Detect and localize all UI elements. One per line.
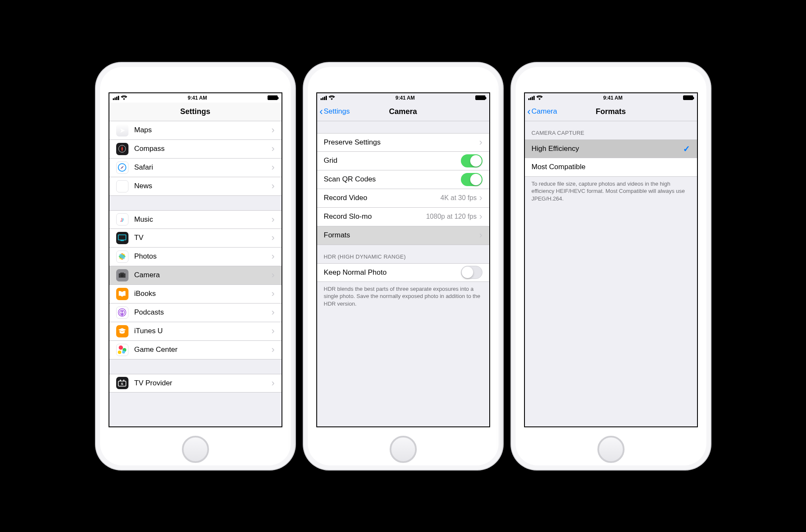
chevron-right-icon: ›: [271, 143, 274, 154]
gamecenter-icon: [116, 344, 128, 356]
settings-row-gamecenter[interactable]: Game Center ›: [109, 341, 282, 359]
podcasts-icon: [116, 306, 128, 319]
ibooks-icon: [116, 288, 128, 300]
chevron-right-icon: ›: [271, 326, 274, 337]
row-record-video[interactable]: Record Video 4K at 30 fps ›: [317, 189, 489, 208]
settings-row-maps[interactable]: ➤ Maps ›: [109, 121, 282, 140]
row-grid[interactable]: Grid: [317, 152, 489, 170]
chevron-right-icon: ›: [271, 125, 274, 136]
chevron-right-icon: ›: [271, 344, 274, 355]
chevron-right-icon: ›: [271, 251, 274, 262]
settings-row-safari[interactable]: Safari ›: [109, 159, 282, 177]
iphone-frame-1: 9:41 AM Settings ➤ Maps ›: [96, 63, 295, 470]
photos-icon: [116, 251, 128, 263]
wifi-icon: [121, 95, 127, 100]
wifi-icon: [329, 95, 335, 100]
chevron-left-icon: ‹: [320, 106, 323, 117]
svg-rect-3: [118, 235, 126, 240]
settings-row-tv[interactable]: TV ›: [109, 229, 282, 248]
chevron-right-icon: ›: [479, 211, 482, 222]
chevron-right-icon: ›: [271, 270, 274, 281]
svg-point-9: [121, 274, 124, 277]
home-button[interactable]: [390, 436, 417, 463]
option-most-compatible[interactable]: Most Compatible: [525, 158, 697, 177]
home-button[interactable]: [182, 436, 209, 463]
svg-point-12: [121, 311, 123, 312]
status-time: 9:41 AM: [603, 95, 623, 101]
camera-settings-list[interactable]: Preserve Settings › Grid Scan QR Codes R…: [317, 121, 489, 426]
news-icon: N: [116, 180, 128, 192]
hdr-section-header: HDR (HIGH DYNAMIC RANGE): [317, 245, 489, 263]
signal-icon: [113, 96, 119, 100]
nav-title: Settings: [109, 107, 282, 116]
chevron-right-icon: ›: [271, 288, 274, 299]
signal-icon: [321, 96, 327, 100]
record-slomo-detail: 1080p at 120 fps: [426, 213, 477, 220]
iphone-frame-3: 9:41 AM ‹ Camera Formats CAMERA CAPTURE …: [511, 63, 711, 470]
status-bar: 9:41 AM: [317, 93, 489, 103]
status-bar: 9:41 AM: [109, 93, 282, 103]
row-keep-normal-photo[interactable]: Keep Normal Photo: [317, 263, 489, 282]
settings-row-photos[interactable]: Photos ›: [109, 248, 282, 266]
nav-bar: Settings: [109, 103, 282, 121]
battery-icon: [475, 95, 485, 100]
battery-icon: [683, 95, 693, 100]
settings-row-itunesu[interactable]: iTunes U ›: [109, 322, 282, 341]
settings-row-ibooks[interactable]: iBooks ›: [109, 285, 282, 304]
row-record-slomo[interactable]: Record Slo-mo 1080p at 120 fps ›: [317, 208, 489, 226]
chevron-right-icon: ›: [271, 378, 274, 389]
chevron-right-icon: ›: [479, 192, 482, 203]
settings-row-podcasts[interactable]: Podcasts ›: [109, 304, 282, 322]
row-preserve-settings[interactable]: Preserve Settings ›: [317, 133, 489, 152]
checkmark-icon: ✓: [683, 144, 690, 154]
grid-toggle[interactable]: [461, 154, 482, 167]
formats-list[interactable]: CAMERA CAPTURE High Efficiency ✓ Most Co…: [525, 121, 697, 426]
battery-icon: [268, 95, 278, 100]
music-icon: ♪♪: [116, 213, 128, 226]
camera-capture-header: CAMERA CAPTURE: [525, 121, 697, 139]
nav-bar: ‹ Settings Camera: [317, 103, 489, 121]
nav-bar: ‹ Camera Formats: [525, 103, 697, 121]
signal-icon: [528, 96, 535, 100]
status-time: 9:41 AM: [396, 95, 415, 101]
settings-list[interactable]: ➤ Maps › Compass ›: [109, 121, 282, 426]
settings-row-news[interactable]: N News ›: [109, 177, 282, 196]
safari-icon: [116, 162, 128, 174]
camera-icon: [116, 269, 128, 281]
chevron-left-icon: ‹: [527, 106, 531, 117]
record-video-detail: 4K at 30 fps: [441, 194, 477, 202]
settings-row-compass[interactable]: Compass ›: [109, 140, 282, 159]
back-button[interactable]: ‹ Settings: [317, 106, 350, 117]
tvprovider-icon: S: [116, 377, 128, 389]
keep-normal-toggle[interactable]: [461, 266, 482, 279]
settings-row-camera[interactable]: Camera ›: [109, 266, 282, 285]
screen-camera-settings: 9:41 AM ‹ Settings Camera Preserve Setti…: [316, 92, 490, 427]
status-bar: 9:41 AM: [525, 93, 697, 103]
wifi-icon: [536, 95, 543, 100]
svg-rect-4: [120, 240, 124, 241]
back-button[interactable]: ‹ Camera: [525, 106, 557, 117]
option-high-efficiency[interactable]: High Efficiency ✓: [525, 139, 697, 158]
chevron-right-icon: ›: [479, 230, 482, 241]
home-button[interactable]: [597, 436, 625, 463]
settings-row-tvprovider[interactable]: S TV Provider ›: [109, 374, 282, 393]
tv-icon: [116, 232, 128, 244]
row-formats[interactable]: Formats ›: [317, 226, 489, 245]
iphone-frame-2: 9:41 AM ‹ Settings Camera Preserve Setti…: [304, 63, 503, 470]
maps-icon: ➤: [116, 124, 128, 136]
chevron-right-icon: ›: [271, 307, 274, 318]
svg-text:S: S: [121, 382, 123, 386]
chevron-right-icon: ›: [271, 181, 274, 192]
scan-qr-toggle[interactable]: [461, 173, 482, 186]
row-scan-qr[interactable]: Scan QR Codes: [317, 170, 489, 189]
status-time: 9:41 AM: [188, 95, 207, 101]
svg-point-16: [123, 379, 125, 381]
svg-point-15: [120, 379, 121, 381]
compass-icon: [116, 143, 128, 155]
hdr-section-footer: HDR blends the best parts of three separ…: [317, 282, 489, 315]
screen-formats: 9:41 AM ‹ Camera Formats CAMERA CAPTURE …: [524, 92, 698, 427]
screen-settings: 9:41 AM Settings ➤ Maps ›: [109, 92, 282, 427]
settings-row-music[interactable]: ♪♪ Music ›: [109, 210, 282, 229]
chevron-right-icon: ›: [479, 137, 482, 148]
formats-footer: To reduce file size, capture photos and …: [525, 177, 697, 209]
